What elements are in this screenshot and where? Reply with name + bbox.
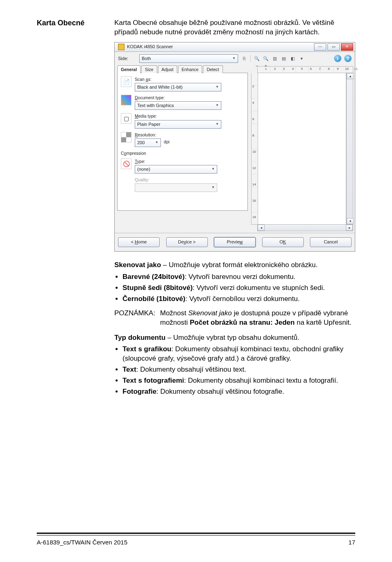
- dialog-button-bar: < Home Device > Preview OK Cancel: [115, 233, 355, 251]
- ruler-h-tick: 3: [283, 67, 285, 71]
- scroll-down-button[interactable]: ▾: [347, 218, 354, 224]
- chevron-down-icon: ▼: [216, 122, 219, 127]
- ruler-vertical: 2 4 6 8 10 12 14 16 18: [251, 73, 258, 225]
- scan-as-icon: 📄: [121, 76, 131, 87]
- footer-left: A-61839_cs/TWAIN Červen 2015: [37, 539, 127, 546]
- top-toolbar: Side: Both ▼ ⎘ 🔍− 🔍+ ▥ ▤ ◧ ▾ i ?: [115, 52, 355, 65]
- compression-icon: 🚫: [121, 158, 131, 169]
- preview-canvas[interactable]: [258, 73, 346, 225]
- resolution-dropdown[interactable]: 200 ▼: [135, 138, 161, 147]
- note-label: POZNÁMKA:: [114, 309, 160, 328]
- ruler-v-tick: 6: [252, 117, 254, 122]
- ruler-h-tick: 5: [301, 67, 303, 71]
- list-item: Text s fotografiemi: Dokumenty obsahují …: [122, 376, 355, 386]
- scan-as-label: Scan as:: [135, 76, 244, 82]
- home-button[interactable]: < Home: [118, 237, 160, 247]
- preview-button[interactable]: Preview: [214, 237, 256, 247]
- help-icon[interactable]: ?: [344, 55, 352, 62]
- resolution-value: 200: [137, 140, 145, 146]
- ruler-v-tick: 10: [252, 150, 256, 154]
- ruler-v-tick: 12: [252, 166, 256, 171]
- device-button[interactable]: Device >: [166, 237, 208, 247]
- vertical-scrollbar[interactable]: ▴ ▾: [346, 73, 353, 225]
- ruler-h-tick: 4: [292, 67, 294, 71]
- compression-type-dropdown[interactable]: (none) ▼: [135, 165, 217, 174]
- ruler-h-tick: 1: [265, 67, 267, 71]
- tab-general[interactable]: General: [117, 65, 140, 73]
- scroll-right-button[interactable]: ▸: [346, 225, 353, 231]
- doc-type-rest: – Umožňuje vybrat typ obsahu dokumentů.: [165, 334, 299, 341]
- minimize-button[interactable]: —: [314, 43, 326, 51]
- copy-icon[interactable]: ⎘: [241, 55, 248, 62]
- note-block: POZNÁMKA: Možnost Skenovat jako je dostu…: [114, 309, 355, 328]
- chevron-down-icon: ▼: [212, 185, 215, 190]
- page-number: 17: [348, 539, 355, 546]
- scan-as-dropdown[interactable]: Black and White (1-bit) ▼: [135, 83, 221, 91]
- close-button[interactable]: ✕: [341, 43, 353, 51]
- ruler-h-tick: 6: [310, 67, 312, 71]
- side-value: Both: [142, 56, 151, 62]
- tab-detect[interactable]: Detect: [203, 65, 223, 73]
- quality-label: Quality:: [135, 177, 244, 183]
- tool-b-icon[interactable]: ▤: [280, 55, 287, 62]
- info-icon[interactable]: i: [334, 55, 341, 62]
- list-item: Stupně šedi (8bitové): Vytvoří verzi dok…: [122, 283, 355, 293]
- document-type-dropdown[interactable]: Text with Graphics ▼: [135, 101, 221, 110]
- scroll-up-button[interactable]: ▴: [347, 73, 354, 79]
- chevron-down-icon: ▼: [155, 140, 158, 145]
- list-item: Černobílé (1bitové): Vytvoří černobílou …: [122, 294, 355, 304]
- body-text: Skenovat jako – Umožňuje vybrat formát e…: [114, 261, 355, 397]
- document-type-label: Document type:: [135, 95, 244, 100]
- toolbar-separator: [250, 55, 251, 62]
- tool-split-icon[interactable]: ▾: [298, 55, 305, 62]
- list-item: Fotografie: Dokumenty obsahují většinou …: [122, 387, 355, 397]
- scan-as-list: Barevné (24bitové): Vytvoří barevnou ver…: [114, 272, 355, 304]
- settings-panel: General Size Adjust Enhance Detect 📄 Sca…: [115, 65, 250, 233]
- tab-bar: General Size Adjust Enhance Detect: [117, 65, 248, 73]
- compression-type-value: (none): [137, 166, 150, 172]
- maximize-button[interactable]: ▭: [327, 43, 340, 51]
- ruler-h-tick: 10: [345, 67, 349, 71]
- color-swatch-icon[interactable]: ◧: [289, 55, 296, 62]
- ruler-v-tick: 2: [252, 85, 254, 89]
- footer-rule: [37, 533, 355, 535]
- intro-paragraph: Karta Obecné obsahuje běžně používané mo…: [114, 18, 355, 37]
- media-type-label: Media type:: [135, 113, 244, 119]
- tab-size[interactable]: Size: [141, 65, 157, 73]
- tab-enhance[interactable]: Enhance: [178, 65, 202, 73]
- scroll-left-button[interactable]: ◂: [258, 225, 265, 231]
- doc-type-list: Text s grafikou: Dokumenty obsahují komb…: [114, 345, 355, 397]
- media-type-icon: ▢: [121, 113, 131, 124]
- cancel-button[interactable]: Cancel: [310, 237, 352, 247]
- tab-adjust[interactable]: Adjust: [158, 65, 177, 73]
- media-type-dropdown[interactable]: Plain Paper ▼: [135, 120, 221, 129]
- compression-group-label: Compression: [121, 150, 244, 156]
- page-footer: A-61839_cs/TWAIN Červen 2015 17: [37, 539, 355, 546]
- horizontal-scrollbar[interactable]: ◂ ▸: [257, 225, 353, 231]
- ruler-v-tick: 8: [252, 134, 254, 138]
- tool-a-icon[interactable]: ▥: [271, 55, 278, 62]
- ruler-v-tick: 14: [252, 183, 256, 187]
- ok-button[interactable]: OK: [262, 237, 304, 247]
- compression-type-label: Type:: [135, 158, 244, 164]
- resolution-icon: [121, 132, 131, 143]
- resolution-label: Resolution:: [135, 132, 244, 138]
- ruler-v-tick: 18: [252, 215, 256, 220]
- document-type-value: Text with Graphics: [137, 103, 174, 109]
- resolution-unit: dpi: [164, 139, 169, 144]
- chevron-down-icon: ▼: [232, 56, 236, 61]
- quality-dropdown: ▼: [135, 183, 217, 192]
- zoom-out-icon[interactable]: 🔍−: [253, 55, 261, 62]
- list-item: Text: Dokumenty obsahují většinou text.: [122, 365, 355, 375]
- tab-content: 📄 Scan as: Black and White (1-bit) ▼: [117, 73, 248, 211]
- chevron-down-icon: ▼: [216, 85, 219, 89]
- ruler-h-tick: 9: [337, 67, 339, 71]
- scan-as-heading: Skenovat jako: [114, 261, 161, 269]
- zoom-in-icon[interactable]: 🔍+: [262, 55, 270, 62]
- scan-as-rest: – Umožňuje vybrat formát elektronického …: [161, 261, 318, 269]
- scanner-dialog: KODAK i4850 Scanner — ▭ ✕ Side: Both ▼ ⎘…: [114, 42, 355, 252]
- side-label: Side:: [118, 56, 138, 62]
- ruler-horizontal: 1 2 3 4 5 6 7 8 9 10 11: [257, 66, 353, 73]
- ruler-h-tick: 7: [319, 67, 321, 71]
- side-dropdown[interactable]: Both ▼: [139, 54, 238, 63]
